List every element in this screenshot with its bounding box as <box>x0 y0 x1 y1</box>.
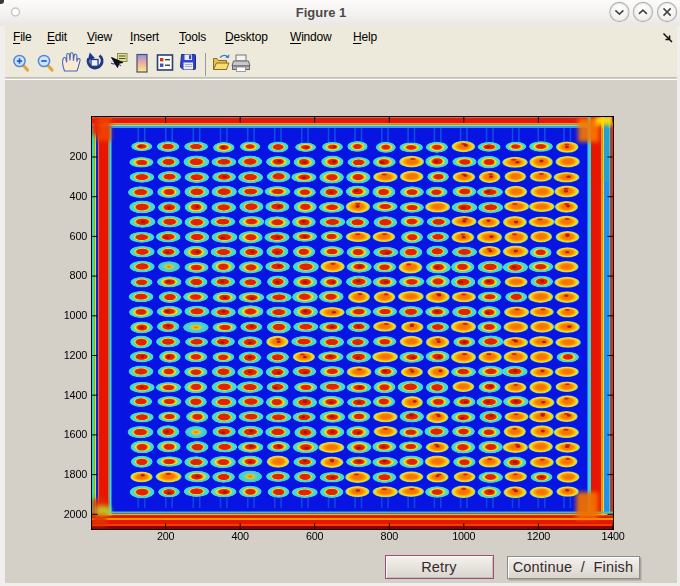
svg-text:200: 200 <box>157 530 175 542</box>
svg-text:600: 600 <box>306 530 324 542</box>
svg-text:1000: 1000 <box>452 530 475 542</box>
svg-text:400: 400 <box>231 530 249 542</box>
svg-text:1600: 1600 <box>64 428 87 440</box>
svg-text:1200: 1200 <box>64 349 87 361</box>
svg-text:600: 600 <box>70 230 88 242</box>
svg-text:1200: 1200 <box>527 530 550 542</box>
svg-text:1400: 1400 <box>601 530 624 542</box>
svg-text:1400: 1400 <box>64 389 87 401</box>
svg-text:400: 400 <box>70 190 88 202</box>
svg-text:1000: 1000 <box>64 309 87 321</box>
svg-text:200: 200 <box>70 150 88 162</box>
svg-text:2000: 2000 <box>64 508 87 520</box>
svg-text:800: 800 <box>70 269 88 281</box>
svg-text:1800: 1800 <box>64 468 87 480</box>
svg-text:800: 800 <box>381 530 399 542</box>
